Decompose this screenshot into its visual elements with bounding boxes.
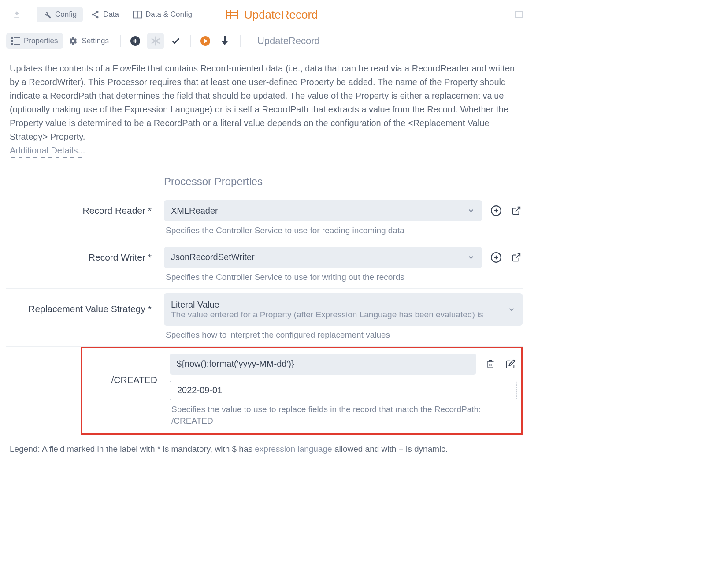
svg-rect-18 [224, 36, 226, 42]
add-property-button[interactable] [127, 33, 144, 49]
top-toolbar: Config Data Data & Config UpdateRecord [6, 4, 523, 26]
sub-toolbar: Properties Settings UpdateRecord [6, 31, 523, 51]
expression-language-link[interactable]: expression language [255, 444, 332, 454]
tab-config-label: Config [55, 10, 77, 19]
tab-config[interactable]: Config [37, 7, 83, 22]
chevron-down-icon [508, 305, 516, 313]
select-value: XMLReader [171, 206, 218, 216]
tab-data[interactable]: Data [85, 7, 125, 22]
chevron-down-icon [467, 253, 475, 261]
upload-button[interactable] [6, 7, 27, 22]
tab-properties-label: Properties [24, 37, 58, 45]
divider [32, 8, 32, 21]
delete-property-button[interactable] [484, 358, 497, 370]
select-value: JsonRecordSetWriter [171, 252, 255, 262]
record-reader-select[interactable]: XMLReader [164, 200, 482, 221]
created-value-field[interactable]: ${now():format('yyyy-MM-dd')} [170, 354, 476, 375]
preview-value: 2022-09-01 [177, 385, 222, 395]
add-service-button[interactable] [490, 251, 502, 264]
processor-title: UpdateRecord [226, 8, 318, 22]
tab-data-config-label: Data & Config [145, 10, 192, 19]
property-label: /CREATED [87, 354, 170, 385]
property-help: Specifies the Controller Service to use … [164, 225, 523, 237]
svg-rect-15 [14, 44, 20, 45]
upload-icon [12, 10, 21, 19]
edit-property-button[interactable] [505, 358, 517, 370]
record-writer-select[interactable]: JsonRecordSetWriter [164, 247, 482, 268]
svg-point-0 [96, 11, 99, 13]
svg-point-2 [96, 16, 99, 18]
svg-rect-14 [11, 43, 13, 45]
additional-details-link[interactable]: Additional Details... [10, 144, 85, 158]
processor-description: Updates the contents of a FlowFile that … [6, 60, 523, 158]
legend-text-pre: Legend: A field marked in the label with… [10, 444, 255, 454]
property-row-record-reader: Record Reader * XMLReader Specifies the … [6, 196, 523, 242]
share-icon [91, 10, 100, 19]
svg-rect-10 [11, 37, 13, 39]
replacement-strategy-select[interactable]: Literal Value The value entered for a Pr… [164, 293, 523, 326]
property-help: Specifies the Controller Service to use … [164, 272, 523, 283]
divider [120, 35, 121, 47]
plus-circle-outline-icon [490, 205, 502, 216]
plus-circle-outline-icon [490, 252, 502, 263]
add-service-button[interactable] [490, 205, 502, 217]
goto-service-button[interactable] [510, 205, 523, 217]
goto-service-button[interactable] [510, 251, 523, 264]
tab-data-config[interactable]: Data & Config [127, 7, 198, 22]
validate-button[interactable] [167, 33, 184, 49]
tab-properties[interactable]: Properties [6, 33, 63, 49]
svg-rect-12 [11, 40, 13, 42]
chevron-down-icon [467, 207, 475, 215]
play-circle-icon [200, 36, 211, 46]
external-link-icon [512, 253, 521, 262]
tab-data-label: Data [103, 10, 119, 19]
processor-name: UpdateRecord [244, 8, 318, 22]
select-subtext: The value entered for a Property (after … [171, 310, 483, 320]
edit-icon [506, 359, 516, 369]
svg-rect-11 [14, 37, 20, 38]
field-value: ${now():format('yyyy-MM-dd')} [177, 359, 294, 369]
arrow-down-icon [222, 36, 230, 46]
property-label: Record Writer * [6, 247, 164, 263]
table-icon [226, 10, 238, 19]
legend-text-post: allowed and with + is dynamic. [332, 444, 448, 454]
property-row-created: /CREATED ${now():format('yyyy-MM-dd')} 2… [81, 347, 523, 435]
step-button[interactable] [217, 33, 234, 49]
svg-rect-13 [14, 41, 20, 41]
tab-settings-label: Settings [82, 37, 108, 45]
wrench-icon [43, 10, 52, 19]
property-help: Specifies the value to use to replace fi… [170, 404, 517, 427]
property-row-record-writer: Record Writer * JsonRecordSetWriter Spec… [6, 242, 523, 289]
plus-circle-icon [130, 36, 141, 46]
divider [240, 35, 241, 47]
breadcrumb: UpdateRecord [257, 35, 320, 47]
run-button[interactable] [197, 33, 214, 49]
list-icon [11, 37, 20, 45]
window-icon[interactable] [515, 11, 523, 18]
select-value: Literal Value [171, 300, 219, 310]
description-text: Updates the contents of a FlowFile that … [10, 63, 515, 141]
disabled-action [147, 33, 164, 49]
gears-icon [68, 37, 78, 45]
svg-point-1 [92, 14, 94, 16]
created-preview-field: 2022-09-01 [170, 381, 517, 400]
legend: Legend: A field marked in the label with… [6, 444, 523, 454]
section-title: Processor Properties [164, 175, 523, 188]
tab-settings[interactable]: Settings [63, 33, 114, 49]
divider [190, 35, 191, 47]
property-row-replacement-strategy: Replacement Value Strategy * Literal Val… [6, 289, 523, 347]
property-label: Record Reader * [6, 200, 164, 216]
property-label: Replacement Value Strategy * [6, 293, 164, 314]
check-icon [171, 36, 181, 46]
split-icon [133, 11, 142, 19]
trash-icon [486, 359, 495, 369]
svg-rect-5 [226, 10, 238, 19]
property-help: Specifies how to interpret the configure… [164, 329, 523, 341]
external-link-icon [512, 206, 521, 216]
asterisk-icon [151, 36, 160, 46]
